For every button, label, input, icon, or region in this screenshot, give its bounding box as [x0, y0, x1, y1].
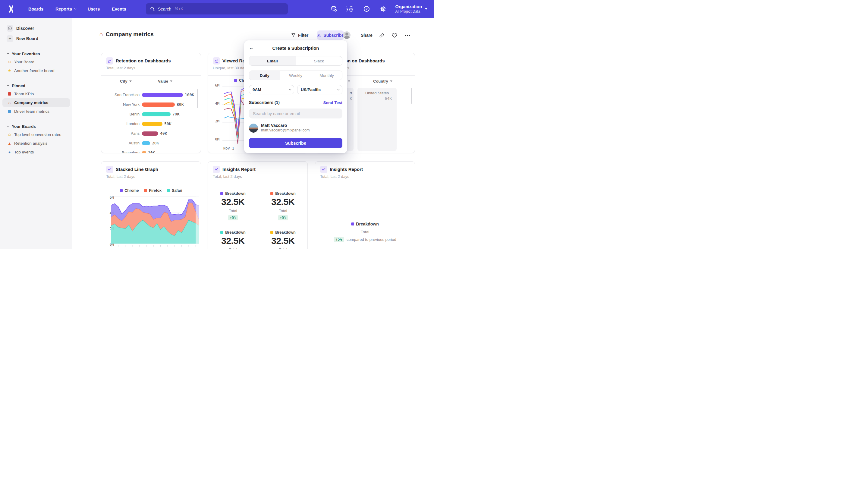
card-title: Insights Report	[223, 167, 256, 172]
card-stacked-line-graph: Stacked Line Graph Total, last 2 days Ch…	[101, 161, 201, 249]
tab-weekly[interactable]: Weekly	[280, 71, 311, 80]
sidebar-item-discover[interactable]: Discover	[0, 24, 72, 33]
settings-gear-icon[interactable]	[377, 0, 389, 18]
subscribe-label: Subscribe	[323, 33, 344, 38]
legend-breakdown[interactable]: Breakdown	[315, 222, 415, 226]
y-tick: 0M	[210, 137, 219, 141]
sidebar-item-top-level-conversion-rates[interactable]: ☺Top level conversion rates	[0, 130, 72, 139]
sidebar-item-company-metrics[interactable]: ⌂Company metrics	[2, 98, 70, 107]
subscribe-submit-button[interactable]: Subscribe	[249, 138, 342, 148]
bar[interactable]	[142, 151, 146, 153]
bar[interactable]	[142, 112, 171, 116]
sidebar-item-team-kpis[interactable]: Team KPIs	[0, 90, 72, 98]
table-row: Austin20K	[101, 140, 201, 146]
panel-label: rt	[350, 91, 352, 95]
tab-daily[interactable]: Daily	[249, 71, 280, 80]
mixpanel-logo[interactable]	[7, 5, 18, 13]
card-subtitle: Total, last 2 days	[320, 174, 349, 179]
sidebar-section-pinned[interactable]: Pinned	[0, 82, 72, 90]
value-label: 100K	[185, 93, 194, 97]
send-test-link[interactable]: Send Test	[323, 100, 342, 105]
y-tick: 6M	[210, 83, 219, 88]
bar[interactable]	[142, 93, 183, 97]
more-options-icon[interactable]: •••	[404, 31, 412, 39]
card-scrollbar[interactable]	[411, 88, 412, 104]
subscriber-search-input[interactable]	[249, 108, 342, 118]
subscriber-avatar	[249, 123, 258, 133]
bar[interactable]	[142, 122, 162, 126]
chart-legend: ChromeFirefoxSafari	[101, 188, 201, 193]
globe-icon: ●	[7, 150, 12, 154]
avatar[interactable]	[343, 31, 350, 39]
share-button[interactable]: Share	[361, 30, 373, 40]
legend-breakdown[interactable]: Breakdown	[208, 230, 258, 235]
org-switcher[interactable]: Organization All Project Data	[395, 0, 427, 18]
bar[interactable]	[142, 103, 175, 107]
column-header-city[interactable]: City	[120, 79, 132, 83]
legend-firefox[interactable]: Firefox	[144, 188, 162, 193]
nav-menu: BoardsReportsUsersEvents	[28, 6, 138, 11]
search-icon	[150, 6, 155, 11]
bar[interactable]	[142, 141, 150, 145]
caret-down-icon	[425, 8, 427, 10]
apps-grid-icon[interactable]	[344, 0, 356, 18]
city-label: San Francisco	[103, 93, 139, 97]
nav-item-boards[interactable]: Boards	[28, 6, 43, 11]
sidebar-item-your-board[interactable]: ☺Your Board	[0, 57, 72, 66]
value-label: 50K	[164, 121, 171, 126]
city-label: New York	[103, 102, 139, 107]
tab-monthly[interactable]: Monthly	[311, 71, 342, 80]
copy-link-icon[interactable]	[378, 31, 386, 39]
subscribers-label: Subscribers (1)	[249, 100, 280, 105]
legend-chrome[interactable]: Chrome	[120, 188, 139, 193]
sidebar-section-your-boards[interactable]: Your Boards	[0, 122, 72, 130]
data-management-icon[interactable]	[328, 0, 340, 18]
chevron-down-icon	[289, 88, 291, 90]
sidebar-item-another-favorite-board[interactable]: ★Another favorite board	[0, 66, 72, 75]
filter-label: Filter	[298, 33, 308, 38]
search-input[interactable]: Search ⌘+K	[146, 3, 288, 14]
tab-email[interactable]: Email	[249, 56, 296, 65]
timezone-select[interactable]: US/Pacific	[297, 85, 342, 94]
country-panel-us[interactable]: United States 64K	[358, 88, 397, 151]
card-scrollbar[interactable]	[197, 89, 198, 108]
column-header-value[interactable]: Value	[158, 79, 172, 83]
modal-title: Create a Subscription	[244, 45, 347, 51]
sidebar-item-top-events[interactable]: ●Top events	[0, 148, 72, 156]
legend-breakdown[interactable]: Breakdown	[208, 192, 258, 196]
sidebar-section-your-favorites[interactable]: Your Favorites	[0, 50, 72, 57]
section-title: Pinned	[12, 83, 25, 88]
filter-button[interactable]: Filter	[291, 30, 308, 40]
column-header-country[interactable]: Country	[373, 79, 392, 83]
city-label: Berlin	[103, 112, 139, 116]
favorite-heart-icon[interactable]	[391, 31, 398, 39]
sidebar-item-new-board[interactable]: + New Board	[0, 34, 72, 43]
legend-breakdown[interactable]: Breakdown	[258, 230, 308, 235]
table-row: New York80K	[101, 101, 201, 108]
subscribe-button[interactable]: Subscribe	[317, 30, 344, 40]
nav-item-events[interactable]: Events	[112, 6, 126, 11]
chevron-down-icon	[7, 52, 9, 54]
nav-item-reports[interactable]: Reports	[55, 6, 76, 11]
tab-slack[interactable]: Slack	[296, 56, 342, 65]
help-icon[interactable]: ?	[360, 0, 373, 18]
page-title: Company metrics	[106, 31, 153, 38]
delta-badge: ↑5%	[208, 215, 258, 220]
legend-breakdown[interactable]: Breakdown	[258, 192, 308, 196]
sidebar-item-retention-analysis[interactable]: ▲Retention analysis	[0, 139, 72, 148]
org-project: All Project Data	[395, 9, 422, 14]
sidebar-item-driver-team-metrics[interactable]: Driver team metrics	[0, 107, 72, 116]
value-label: 10K	[148, 150, 155, 153]
y-tick: 4M	[210, 101, 219, 105]
x-tick: Nov 1	[218, 146, 239, 150]
y-tick: 2M	[210, 119, 219, 123]
filter-icon	[291, 33, 296, 37]
house-garden-icon: ⌂	[7, 100, 12, 105]
legend-safari[interactable]: Safari	[167, 188, 182, 193]
sidebar-item-label: New Board	[16, 36, 38, 41]
time-select[interactable]: 9AM	[249, 85, 294, 94]
total-label: Total	[208, 209, 258, 213]
nav-item-users[interactable]: Users	[88, 6, 100, 11]
bar[interactable]	[142, 131, 158, 136]
star-icon: ★	[7, 68, 12, 73]
